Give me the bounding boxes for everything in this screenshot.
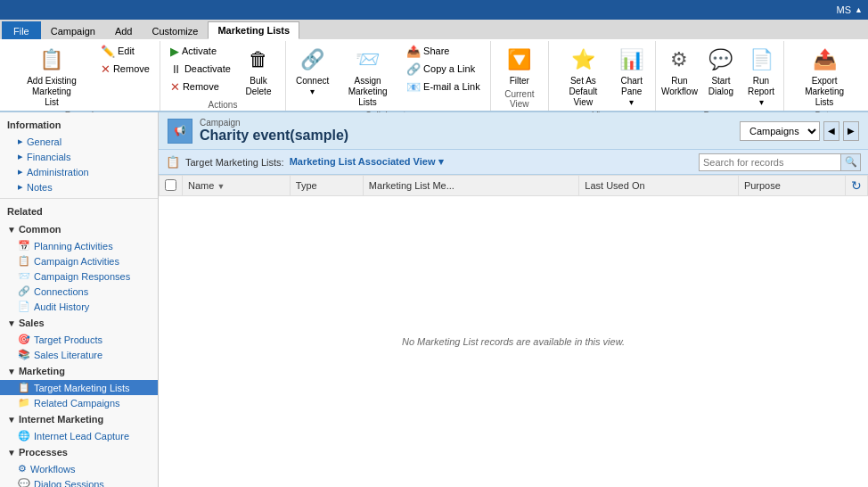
col-name[interactable]: Name ▼ xyxy=(183,176,291,196)
assign-button[interactable]: 📨 Assign MarketingLists xyxy=(335,43,400,111)
remove-action-icon: ✕ xyxy=(170,80,180,94)
ribbon-group-actions: ▶ Activate ⏸ Deactivate ✕ Remove 🗑 Bulk … xyxy=(160,41,286,111)
sidebar-item-campaign-activities[interactable]: 📋 Campaign Activities xyxy=(0,253,158,268)
nav-prev-button[interactable]: ◀ xyxy=(823,121,839,141)
notes-icon: ▸ xyxy=(18,181,23,193)
process-buttons: ⚙ RunWorkflow 💬 StartDialog 📄 RunReport … xyxy=(658,43,782,111)
target-marketing-lists-icon: 📋 xyxy=(18,382,30,393)
set-default-button[interactable]: ⭐ Set As DefaultView xyxy=(554,43,612,111)
run-workflow-button[interactable]: ⚙ RunWorkflow xyxy=(658,43,701,100)
sidebar-item-planning-activities[interactable]: 📅 Planning Activities xyxy=(0,238,158,253)
campaign-title-area: Campaign Charity event(sample) xyxy=(200,118,348,144)
export-button[interactable]: 📤 Export MarketingLists xyxy=(790,43,859,111)
email-link-button[interactable]: 📧 E-mail a Link xyxy=(402,78,485,95)
dialog-sessions-icon: 💬 xyxy=(18,478,30,487)
group-marketing[interactable]: ▼ Marketing xyxy=(0,362,158,380)
data-buttons: 📤 Export MarketingLists xyxy=(790,43,859,111)
col-marketing-list-me: Marketing List Me... xyxy=(363,176,578,196)
sidebar: Information ▸ General ▸ Financials ▸ Adm… xyxy=(0,112,159,487)
view-bar: 📋 Target Marketing Lists: Marketing List… xyxy=(159,150,868,175)
filter-button[interactable]: 🔽 Filter xyxy=(501,43,538,89)
campaign-activities-icon: 📋 xyxy=(18,255,30,267)
edit-button[interactable]: ✏️ Edit xyxy=(96,43,154,59)
sidebar-item-target-marketing-lists[interactable]: 📋 Target Marketing Lists xyxy=(0,380,158,395)
col-type: Type xyxy=(290,176,363,196)
connect-button[interactable]: 🔗 Connect ▾ xyxy=(291,43,333,100)
nav-next-button[interactable]: ▶ xyxy=(843,121,859,141)
sidebar-item-internet-lead-capture[interactable]: 🌐 Internet Lead Capture xyxy=(0,428,158,443)
deactivate-button[interactable]: ⏸ Deactivate xyxy=(166,61,235,77)
refresh-icon[interactable]: ↻ xyxy=(851,178,862,193)
remove-button[interactable]: ✕ Remove xyxy=(96,61,154,77)
view-bar-link[interactable]: Marketing List Associated View ▾ xyxy=(290,156,444,168)
set-default-icon: ⭐ xyxy=(569,45,597,74)
sales-literature-icon: 📚 xyxy=(18,349,30,360)
chart-pane-button[interactable]: 📊 ChartPane ▾ xyxy=(614,43,650,111)
search-button[interactable]: 🔍 xyxy=(841,153,861,171)
campaign-label: Campaign xyxy=(200,118,348,128)
campaign-icon: 📢 xyxy=(168,119,192,144)
group-internet-marketing[interactable]: ▼ Internet Marketing xyxy=(0,410,158,428)
workflows-icon: ⚙ xyxy=(18,463,27,475)
related-campaigns-icon: 📁 xyxy=(18,397,30,409)
tab-marketing-lists[interactable]: Marketing Lists xyxy=(208,21,299,39)
bulk-delete-button[interactable]: 🗑 Bulk Delete xyxy=(237,43,280,100)
table-header: Name ▼ Type Marketing List Me... Last Us… xyxy=(160,176,868,196)
table-container: Name ▼ Type Marketing List Me... Last Us… xyxy=(159,175,868,487)
sidebar-item-administration[interactable]: ▸ Administration xyxy=(0,164,158,179)
add-existing-button[interactable]: 📋 Add Existing MarketingList xyxy=(9,43,94,111)
edit-icon: ✏️ xyxy=(101,45,115,58)
col-purpose: Purpose xyxy=(738,176,845,196)
activate-icon: ▶ xyxy=(170,45,179,58)
run-report-button[interactable]: 📄 RunReport ▾ xyxy=(741,43,782,111)
start-dialog-button[interactable]: 💬 StartDialog xyxy=(703,43,739,100)
ribbon-tabs: File Campaign Add Customize Marketing Li… xyxy=(0,20,868,39)
sidebar-item-financials[interactable]: ▸ Financials xyxy=(0,149,158,164)
sidebar-item-notes[interactable]: ▸ Notes xyxy=(0,179,158,194)
sidebar-item-connections[interactable]: 🔗 Connections xyxy=(0,284,158,299)
audit-icon: 📄 xyxy=(18,301,30,312)
sidebar-item-campaign-responses[interactable]: 📨 Campaign Responses xyxy=(0,268,158,284)
col-refresh[interactable]: ↻ xyxy=(846,176,868,196)
group-common[interactable]: ▼ Common xyxy=(0,220,158,238)
tab-file[interactable]: File xyxy=(2,21,41,39)
ribbon-group-process: ⚙ RunWorkflow 💬 StartDialog 📄 RunReport … xyxy=(656,41,785,111)
remove-action-button[interactable]: ✕ Remove xyxy=(166,78,235,95)
tab-campaign[interactable]: Campaign xyxy=(41,21,105,39)
ribbon-group-collaborate: 🔗 Connect ▾ 📨 Assign MarketingLists 📤 Sh… xyxy=(286,41,491,111)
title-bar: MS ▲ xyxy=(0,0,868,20)
chart-pane-icon: 📊 xyxy=(618,45,646,74)
sidebar-item-audit-history[interactable]: 📄 Audit History xyxy=(0,299,158,314)
search-input[interactable] xyxy=(699,153,841,171)
tab-customize[interactable]: Customize xyxy=(142,21,208,39)
sidebar-item-related-campaigns[interactable]: 📁 Related Campaigns xyxy=(0,395,158,410)
marketing-arrow: ▼ xyxy=(7,367,16,376)
sidebar-item-target-products[interactable]: 🎯 Target Products xyxy=(0,332,158,347)
activate-button[interactable]: ▶ Activate xyxy=(166,43,235,59)
copy-link-button[interactable]: 🔗 Copy a Link xyxy=(402,61,485,77)
sidebar-item-sales-literature[interactable]: 📚 Sales Literature xyxy=(0,347,158,362)
internet-lead-icon: 🌐 xyxy=(18,430,30,442)
current-view-buttons: 🔽 Filter xyxy=(501,43,538,89)
share-icon: 📤 xyxy=(406,45,421,58)
administration-icon: ▸ xyxy=(18,166,23,177)
connect-icon: 🔗 xyxy=(299,45,327,74)
ribbon-group-records: 📋 Add Existing MarketingList ✏️ Edit ✕ R… xyxy=(4,41,160,111)
actions-buttons: ▶ Activate ⏸ Deactivate ✕ Remove 🗑 Bulk … xyxy=(166,43,280,100)
group-sales[interactable]: ▼ Sales xyxy=(0,314,158,332)
add-existing-icon: 📋 xyxy=(37,45,66,74)
campaign-responses-icon: 📨 xyxy=(18,270,30,282)
share-button[interactable]: 📤 Share xyxy=(402,43,485,59)
current-view-label: Current View xyxy=(496,89,543,111)
campaign-header-right: Campaigns ◀ ▶ xyxy=(740,121,859,141)
select-all-checkbox[interactable] xyxy=(165,179,176,191)
sidebar-item-dialog-sessions[interactable]: 💬 Dialog Sessions xyxy=(0,476,158,487)
tab-add[interactable]: Add xyxy=(105,21,143,39)
processes-arrow: ▼ xyxy=(7,448,16,458)
sidebar-item-general[interactable]: ▸ General xyxy=(0,134,158,149)
group-processes[interactable]: ▼ Processes xyxy=(0,443,158,461)
campaign-dropdown[interactable]: Campaigns xyxy=(740,121,820,141)
deactivate-icon: ⏸ xyxy=(170,62,182,76)
sidebar-item-workflows[interactable]: ⚙ Workflows xyxy=(0,461,158,476)
col-last-used-on: Last Used On xyxy=(579,176,739,196)
